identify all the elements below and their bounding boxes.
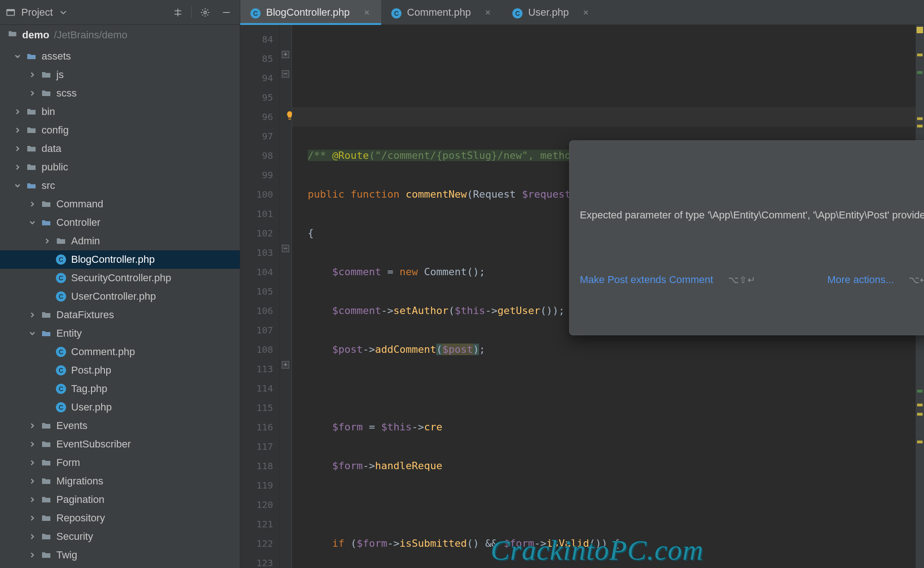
tree-arrow-icon[interactable] xyxy=(29,200,36,208)
tree-arrow-icon[interactable] xyxy=(14,108,21,115)
line-number: 101 xyxy=(240,204,273,224)
tab-label: User.php xyxy=(528,6,569,18)
tree-arrow-icon[interactable] xyxy=(14,53,21,60)
folder-icon xyxy=(41,420,52,431)
tree-arrow-icon[interactable] xyxy=(43,237,51,245)
folder-icon xyxy=(26,125,37,136)
settings-icon[interactable] xyxy=(197,5,213,20)
tree-item-label: Pagination xyxy=(56,495,104,505)
tree-file[interactable]: CBlogController.php xyxy=(0,250,240,269)
folder-icon xyxy=(41,88,52,99)
editor-tab[interactable]: CComment.php xyxy=(381,0,502,24)
tree-file[interactable]: CUserController.php xyxy=(0,287,240,306)
tree-folder[interactable]: Migrations xyxy=(0,472,240,490)
tree-folder[interactable]: Controller xyxy=(0,213,240,232)
tree-folder[interactable]: Form xyxy=(0,453,240,472)
php-file-icon: C xyxy=(55,254,67,265)
line-number: 103 xyxy=(240,243,273,262)
tree-folder[interactable]: Events xyxy=(0,417,240,435)
line-number: 85 xyxy=(240,49,273,68)
tree-file[interactable]: CComment.php xyxy=(0,343,240,361)
line-number: 94 xyxy=(240,68,273,88)
fold-marker-icon[interactable]: − xyxy=(282,70,289,78)
inspection-popup: Expected parameter of type '\App\Entity\… xyxy=(569,140,924,335)
code-editor[interactable]: 8485949596979899100101102103104105106107… xyxy=(240,25,924,568)
php-file-icon: C xyxy=(55,365,67,376)
tree-folder[interactable]: Security xyxy=(0,527,240,546)
hide-toolwindow-icon[interactable] xyxy=(219,5,234,20)
project-toolwindow-title[interactable]: Project xyxy=(21,6,53,18)
tree-arrow-icon[interactable] xyxy=(29,90,36,97)
tree-folder[interactable]: Command xyxy=(0,195,240,213)
tree-folder[interactable]: Pagination xyxy=(0,490,240,509)
code-content[interactable]: /** @Route("/comment/{postSlug}/new", me… xyxy=(292,25,916,568)
line-number: 120 xyxy=(240,495,273,514)
project-toolwindow-header: Project xyxy=(0,0,240,25)
tree-file[interactable]: CTag.php xyxy=(0,380,240,398)
tree-arrow-icon[interactable] xyxy=(29,477,36,485)
close-tab-icon[interactable] xyxy=(363,8,371,17)
tree-item-label: Twig xyxy=(56,550,77,560)
fold-marker-icon[interactable]: + xyxy=(282,51,289,58)
line-number: 105 xyxy=(240,282,273,301)
tree-arrow-icon[interactable] xyxy=(29,514,36,522)
tree-arrow-icon[interactable] xyxy=(29,496,36,503)
fold-column[interactable]: + − − + xyxy=(280,25,292,568)
tree-file[interactable]: CUser.php xyxy=(0,398,240,417)
tree-folder[interactable]: config xyxy=(0,121,240,139)
tree-folder[interactable]: Entity xyxy=(0,324,240,343)
tree-arrow-icon[interactable] xyxy=(29,219,36,226)
inspection-message: Expected parameter of type '\App\Entity\… xyxy=(580,207,924,223)
more-actions-link[interactable]: More actions... xyxy=(827,270,894,290)
tree-arrow-icon[interactable] xyxy=(29,71,36,79)
tree-item-label: assets xyxy=(42,51,71,61)
tree-folder[interactable]: bin xyxy=(0,103,240,121)
tree-item-label: Controller xyxy=(56,218,100,228)
tree-folder[interactable]: EventSubscriber xyxy=(0,435,240,453)
tree-arrow-icon[interactable] xyxy=(29,533,36,540)
close-tab-icon[interactable] xyxy=(582,8,590,17)
select-opened-file-icon[interactable] xyxy=(170,5,186,20)
tree-arrow-icon[interactable] xyxy=(29,422,36,429)
tree-arrow-icon[interactable] xyxy=(29,551,36,559)
tree-folder[interactable]: scss xyxy=(0,84,240,103)
fold-marker-icon[interactable]: − xyxy=(282,245,289,252)
tree-item-label: data xyxy=(42,144,61,154)
project-tree[interactable]: assetsjsscssbinconfigdatapublicsrcComman… xyxy=(0,45,240,568)
tree-arrow-icon[interactable] xyxy=(29,459,36,466)
line-number: 102 xyxy=(240,224,273,243)
editor-tabs: CBlogController.phpCComment.phpCUser.php xyxy=(240,0,924,25)
tree-item-label: Post.php xyxy=(71,365,111,375)
tree-item-label: DataFixtures xyxy=(56,310,114,320)
tree-folder[interactable]: js xyxy=(0,66,240,84)
close-tab-icon[interactable] xyxy=(484,8,492,17)
tree-file[interactable]: CSecurityController.php xyxy=(0,269,240,287)
tree-arrow-icon[interactable] xyxy=(14,145,21,152)
tree-file[interactable]: CPost.php xyxy=(0,361,240,380)
tree-arrow-icon[interactable] xyxy=(14,127,21,134)
quick-fix-link[interactable]: Make Post extends Comment xyxy=(580,270,713,290)
tree-folder[interactable]: Admin xyxy=(0,232,240,250)
tree-folder[interactable]: DataFixtures xyxy=(0,306,240,324)
tree-arrow-icon[interactable] xyxy=(29,330,36,337)
tree-arrow-icon[interactable] xyxy=(14,182,21,189)
tree-folder[interactable]: assets xyxy=(0,47,240,66)
tree-arrow-icon[interactable] xyxy=(14,163,21,171)
tree-folder[interactable]: src xyxy=(0,176,240,195)
tree-folder[interactable]: Twig xyxy=(0,546,240,564)
line-number: 114 xyxy=(240,379,273,398)
project-breadcrumb[interactable]: demo /JetBrains/demo xyxy=(0,25,240,45)
tree-folder[interactable]: Repository xyxy=(0,509,240,527)
svg-rect-3 xyxy=(223,12,230,13)
editor-tab[interactable]: CBlogController.php xyxy=(240,0,381,24)
chevron-down-icon[interactable] xyxy=(58,7,68,18)
tree-arrow-icon[interactable] xyxy=(29,311,36,319)
tree-folder[interactable]: data xyxy=(0,139,240,158)
php-file-icon: C xyxy=(391,6,401,18)
line-number: 121 xyxy=(240,514,273,534)
analysis-status-icon[interactable] xyxy=(917,27,923,33)
tree-folder[interactable]: public xyxy=(0,158,240,176)
fold-marker-icon[interactable]: + xyxy=(282,361,289,369)
editor-tab[interactable]: CUser.php xyxy=(502,0,600,24)
tree-arrow-icon[interactable] xyxy=(29,441,36,448)
